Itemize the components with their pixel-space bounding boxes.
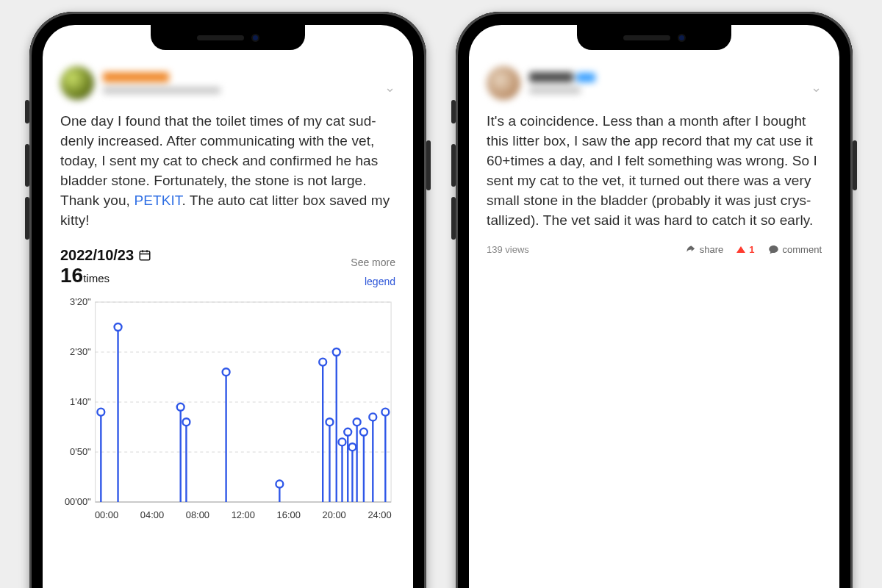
phone-mute-switch xyxy=(25,100,29,123)
phone-volume-up xyxy=(25,144,29,187)
svg-text:04:00: 04:00 xyxy=(140,509,164,520)
svg-text:00:00: 00:00 xyxy=(95,509,118,520)
share-button[interactable]: share xyxy=(685,244,724,255)
svg-point-23 xyxy=(97,408,104,415)
svg-text:0'50": 0'50" xyxy=(70,446,91,457)
svg-point-29 xyxy=(182,418,190,426)
post-header[interactable]: ⌄ xyxy=(487,66,822,100)
legend-link[interactable]: legend xyxy=(351,276,395,287)
calendar-icon[interactable] xyxy=(138,248,151,262)
see-more-link[interactable]: See more xyxy=(351,257,395,268)
upvote-icon xyxy=(736,246,745,253)
view-count: 139 views xyxy=(487,244,529,255)
upvote-count: 1 xyxy=(749,244,754,255)
svg-point-39 xyxy=(333,348,340,356)
avatar[interactable] xyxy=(487,66,520,100)
usage-chart[interactable]: 00'00"0'50"1'40"2'30"3'20"00:0004:0008:0… xyxy=(60,296,395,524)
chevron-down-icon[interactable]: ⌄ xyxy=(384,79,395,96)
svg-point-41 xyxy=(339,438,346,445)
svg-point-51 xyxy=(369,413,376,420)
share-label: share xyxy=(700,244,724,255)
svg-point-43 xyxy=(344,429,351,436)
brand-link[interactable]: PETKIT xyxy=(134,193,182,208)
svg-text:16:00: 16:00 xyxy=(277,509,301,520)
svg-text:1'40": 1'40" xyxy=(70,396,91,407)
post-body: One day I found that the toilet times of… xyxy=(60,112,395,231)
svg-point-31 xyxy=(223,368,230,376)
post-header[interactable]: ⌄ xyxy=(60,66,395,100)
chart-header: 2022/10/23 16times See more legend xyxy=(60,247,395,287)
svg-text:12:00: 12:00 xyxy=(232,509,255,520)
svg-point-47 xyxy=(354,418,361,426)
chevron-down-icon[interactable]: ⌄ xyxy=(811,79,822,96)
svg-text:00'00": 00'00" xyxy=(65,496,91,507)
username-blurred xyxy=(103,72,220,94)
phone-power-button xyxy=(426,140,431,190)
svg-text:2'30": 2'30" xyxy=(70,346,91,357)
svg-point-45 xyxy=(348,443,356,451)
post-footer: 139 views share 1 comment xyxy=(487,244,822,255)
svg-point-27 xyxy=(177,404,184,411)
svg-text:08:00: 08:00 xyxy=(186,509,209,520)
svg-rect-0 xyxy=(140,251,150,260)
phone-mute-switch xyxy=(451,100,456,123)
comment-icon xyxy=(768,244,779,255)
chart-date: 2022/10/23 xyxy=(60,247,134,264)
phone-frame-right: ⌄ It's a coincidence. Less than a month … xyxy=(456,12,853,588)
phone-notch xyxy=(577,25,731,50)
svg-point-35 xyxy=(319,358,326,365)
phone-frame-left: ⌄ One day I found that the toilet times … xyxy=(29,12,426,588)
phone-volume-down xyxy=(451,197,456,240)
svg-text:3'20": 3'20" xyxy=(70,296,91,307)
svg-point-33 xyxy=(276,480,283,487)
post-body: It's a coincidence. Less than a month af… xyxy=(487,112,822,231)
avatar[interactable] xyxy=(60,66,94,100)
times-unit: times xyxy=(83,272,110,284)
comment-button[interactable]: comment xyxy=(768,244,822,255)
svg-text:24:00: 24:00 xyxy=(368,509,391,520)
comment-label: comment xyxy=(783,244,822,255)
phone-power-button xyxy=(853,140,857,190)
svg-point-37 xyxy=(326,418,334,426)
svg-point-49 xyxy=(360,429,368,436)
svg-point-25 xyxy=(115,323,122,331)
share-icon xyxy=(685,244,696,255)
phone-volume-down xyxy=(25,197,29,240)
svg-point-53 xyxy=(381,408,389,415)
svg-text:20:00: 20:00 xyxy=(323,509,346,520)
phone-notch xyxy=(151,25,305,50)
username-blurred xyxy=(529,72,595,94)
phone-volume-up xyxy=(451,144,456,187)
upvote-button[interactable]: 1 xyxy=(736,244,754,255)
times-count: 16 xyxy=(60,264,83,287)
